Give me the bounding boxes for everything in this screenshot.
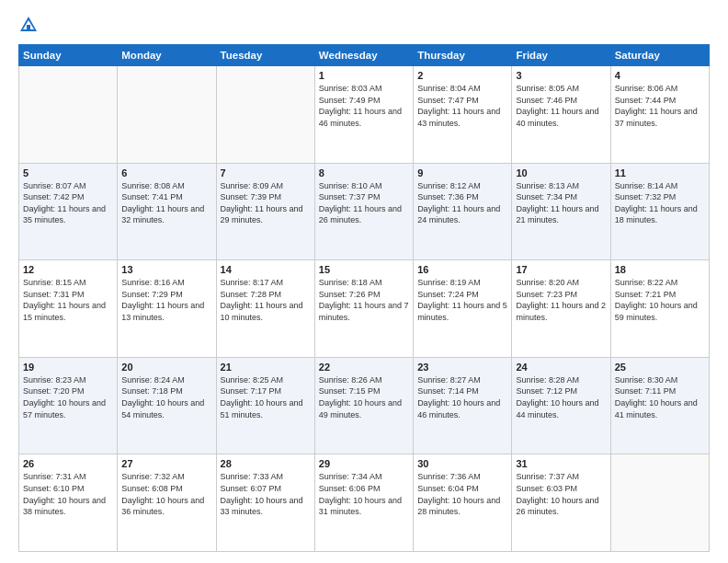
day-number: 2 [417, 70, 507, 81]
calendar-cell: 22Sunrise: 8:26 AMSunset: 7:15 PMDayligh… [314, 357, 413, 454]
day-info: Sunrise: 8:26 AMSunset: 7:15 PMDaylight:… [319, 374, 409, 420]
day-header-saturday: Saturday [610, 45, 709, 66]
calendar-cell: 12Sunrise: 8:15 AMSunset: 7:31 PMDayligh… [19, 260, 118, 358]
day-info: Sunrise: 7:36 AMSunset: 6:04 PMDaylight:… [417, 471, 507, 517]
day-info: Sunrise: 8:27 AMSunset: 7:14 PMDaylight:… [417, 374, 507, 420]
calendar-cell: 28Sunrise: 7:33 AMSunset: 6:07 PMDayligh… [216, 454, 314, 552]
day-info: Sunrise: 8:13 AMSunset: 7:34 PMDaylight:… [516, 180, 606, 226]
day-info: Sunrise: 7:37 AMSunset: 6:03 PMDaylight:… [516, 471, 606, 517]
calendar-cell: 31Sunrise: 7:37 AMSunset: 6:03 PMDayligh… [512, 454, 610, 552]
calendar-cell: 13Sunrise: 8:16 AMSunset: 7:29 PMDayligh… [118, 260, 216, 358]
day-info: Sunrise: 8:12 AMSunset: 7:36 PMDaylight:… [417, 180, 507, 226]
calendar-cell: 9Sunrise: 8:12 AMSunset: 7:36 PMDaylight… [414, 163, 512, 260]
day-info: Sunrise: 8:17 AMSunset: 7:28 PMDaylight:… [221, 277, 311, 323]
header [18, 15, 710, 35]
calendar-cell: 5Sunrise: 8:07 AMSunset: 7:42 PMDaylight… [19, 163, 118, 260]
calendar-week-4: 19Sunrise: 8:23 AMSunset: 7:20 PMDayligh… [19, 357, 710, 454]
day-number: 16 [417, 264, 507, 275]
logo-icon [18, 15, 39, 35]
day-info: Sunrise: 8:14 AMSunset: 7:32 PMDaylight:… [615, 180, 705, 226]
day-number: 18 [615, 264, 705, 275]
calendar-cell: 26Sunrise: 7:31 AMSunset: 6:10 PMDayligh… [19, 454, 118, 552]
calendar-cell: 29Sunrise: 7:34 AMSunset: 6:06 PMDayligh… [314, 454, 413, 552]
day-header-thursday: Thursday [414, 45, 512, 66]
calendar-cell [19, 66, 118, 164]
calendar-table: SundayMondayTuesdayWednesdayThursdayFrid… [18, 44, 710, 552]
calendar-cell [216, 66, 314, 164]
day-number: 21 [221, 362, 311, 373]
day-info: Sunrise: 8:28 AMSunset: 7:12 PMDaylight:… [516, 374, 606, 420]
day-info: Sunrise: 8:25 AMSunset: 7:17 PMDaylight:… [221, 374, 311, 420]
day-info: Sunrise: 7:34 AMSunset: 6:06 PMDaylight:… [319, 471, 409, 517]
day-number: 20 [121, 362, 211, 373]
calendar-cell: 8Sunrise: 8:10 AMSunset: 7:37 PMDaylight… [314, 163, 413, 260]
day-number: 5 [23, 167, 113, 178]
day-info: Sunrise: 8:04 AMSunset: 7:47 PMDaylight:… [417, 83, 507, 129]
calendar-cell: 4Sunrise: 8:06 AMSunset: 7:44 PMDaylight… [610, 66, 709, 164]
day-number: 13 [121, 264, 211, 275]
day-number: 3 [516, 70, 606, 81]
calendar-cell: 25Sunrise: 8:30 AMSunset: 7:11 PMDayligh… [610, 357, 709, 454]
day-header-tuesday: Tuesday [216, 45, 314, 66]
day-info: Sunrise: 8:08 AMSunset: 7:41 PMDaylight:… [121, 180, 211, 226]
calendar-cell: 7Sunrise: 8:09 AMSunset: 7:39 PMDaylight… [216, 163, 314, 260]
calendar-header-row: SundayMondayTuesdayWednesdayThursdayFrid… [19, 45, 710, 66]
calendar-cell: 17Sunrise: 8:20 AMSunset: 7:23 PMDayligh… [512, 260, 610, 358]
calendar-cell: 18Sunrise: 8:22 AMSunset: 7:21 PMDayligh… [610, 260, 709, 358]
calendar-cell: 10Sunrise: 8:13 AMSunset: 7:34 PMDayligh… [512, 163, 610, 260]
day-number: 28 [221, 458, 311, 469]
day-number: 22 [319, 362, 409, 373]
day-number: 17 [516, 264, 606, 275]
day-number: 7 [221, 167, 311, 178]
day-number: 1 [319, 70, 409, 81]
calendar-week-3: 12Sunrise: 8:15 AMSunset: 7:31 PMDayligh… [19, 260, 710, 358]
calendar-cell [118, 66, 216, 164]
calendar-cell: 15Sunrise: 8:18 AMSunset: 7:26 PMDayligh… [314, 260, 413, 358]
day-header-sunday: Sunday [19, 45, 118, 66]
calendar-cell: 14Sunrise: 8:17 AMSunset: 7:28 PMDayligh… [216, 260, 314, 358]
calendar-cell: 6Sunrise: 8:08 AMSunset: 7:41 PMDaylight… [118, 163, 216, 260]
day-number: 29 [319, 458, 409, 469]
calendar-cell: 23Sunrise: 8:27 AMSunset: 7:14 PMDayligh… [414, 357, 512, 454]
day-info: Sunrise: 8:15 AMSunset: 7:31 PMDaylight:… [23, 277, 113, 323]
calendar-cell: 20Sunrise: 8:24 AMSunset: 7:18 PMDayligh… [118, 357, 216, 454]
day-info: Sunrise: 8:07 AMSunset: 7:42 PMDaylight:… [23, 180, 113, 226]
day-info: Sunrise: 8:23 AMSunset: 7:20 PMDaylight:… [23, 374, 113, 420]
day-info: Sunrise: 7:31 AMSunset: 6:10 PMDaylight:… [23, 471, 113, 517]
calendar-week-2: 5Sunrise: 8:07 AMSunset: 7:42 PMDaylight… [19, 163, 710, 260]
calendar-cell: 11Sunrise: 8:14 AMSunset: 7:32 PMDayligh… [610, 163, 709, 260]
day-number: 15 [319, 264, 409, 275]
day-info: Sunrise: 7:32 AMSunset: 6:08 PMDaylight:… [121, 471, 211, 517]
calendar-cell: 16Sunrise: 8:19 AMSunset: 7:24 PMDayligh… [414, 260, 512, 358]
calendar-cell: 2Sunrise: 8:04 AMSunset: 7:47 PMDaylight… [414, 66, 512, 164]
day-info: Sunrise: 8:10 AMSunset: 7:37 PMDaylight:… [319, 180, 409, 226]
calendar-week-5: 26Sunrise: 7:31 AMSunset: 6:10 PMDayligh… [19, 454, 710, 552]
day-info: Sunrise: 8:22 AMSunset: 7:21 PMDaylight:… [615, 277, 705, 323]
day-number: 10 [516, 167, 606, 178]
calendar-cell: 19Sunrise: 8:23 AMSunset: 7:20 PMDayligh… [19, 357, 118, 454]
day-header-wednesday: Wednesday [314, 45, 413, 66]
day-number: 6 [121, 167, 211, 178]
day-info: Sunrise: 8:18 AMSunset: 7:26 PMDaylight:… [319, 277, 409, 323]
day-info: Sunrise: 8:24 AMSunset: 7:18 PMDaylight:… [121, 374, 211, 420]
day-number: 30 [417, 458, 507, 469]
day-number: 24 [516, 362, 606, 373]
page: SundayMondayTuesdayWednesdayThursdayFrid… [0, 0, 728, 563]
calendar-cell: 30Sunrise: 7:36 AMSunset: 6:04 PMDayligh… [414, 454, 512, 552]
day-header-monday: Monday [118, 45, 216, 66]
day-number: 31 [516, 458, 606, 469]
day-info: Sunrise: 8:03 AMSunset: 7:49 PMDaylight:… [319, 83, 409, 129]
day-number: 4 [615, 70, 705, 81]
day-info: Sunrise: 8:16 AMSunset: 7:29 PMDaylight:… [121, 277, 211, 323]
calendar-cell: 27Sunrise: 7:32 AMSunset: 6:08 PMDayligh… [118, 454, 216, 552]
day-header-friday: Friday [512, 45, 610, 66]
calendar-cell [610, 454, 709, 552]
day-number: 11 [615, 167, 705, 178]
day-number: 14 [221, 264, 311, 275]
calendar-cell: 3Sunrise: 8:05 AMSunset: 7:46 PMDaylight… [512, 66, 610, 164]
day-number: 12 [23, 264, 113, 275]
svg-rect-2 [27, 25, 30, 31]
day-info: Sunrise: 8:19 AMSunset: 7:24 PMDaylight:… [417, 277, 507, 323]
day-number: 19 [23, 362, 113, 373]
day-number: 26 [23, 458, 113, 469]
